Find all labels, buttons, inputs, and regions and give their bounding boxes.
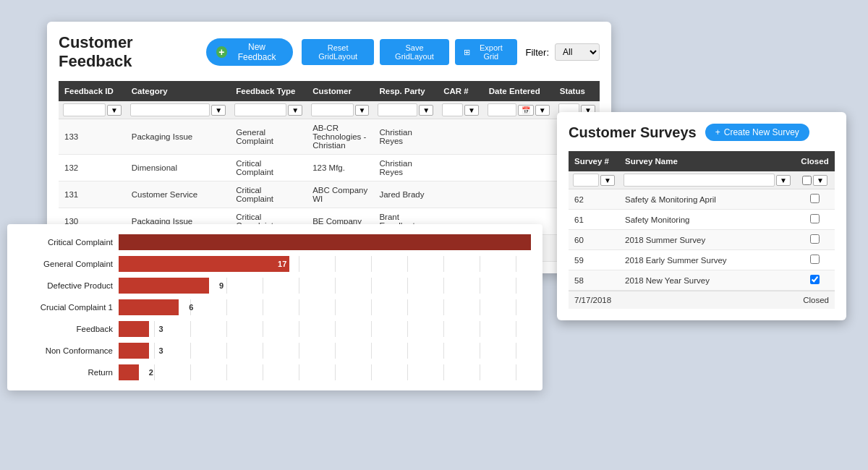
list-item: 59 2018 Early Summer Survey — [569, 250, 835, 270]
survey-closed-checkbox[interactable] — [810, 214, 820, 223]
cell-car — [438, 155, 483, 181]
survey-closed-checkbox[interactable] — [810, 234, 820, 244]
surveys-title: Customer Surveys — [569, 124, 697, 141]
chart-label: Defective Product — [19, 281, 113, 290]
col-survey-num: Survey # — [569, 151, 619, 171]
filter-id-btn[interactable]: ▼ — [107, 105, 122, 116]
chart-bar: 9 — [119, 278, 209, 294]
chart-value-label: 2 — [149, 368, 153, 377]
col-category: Category — [126, 81, 230, 101]
chart-value-label: 3 — [159, 325, 163, 333]
feedback-filter-row: ▼ ▼ ▼ ▼ ▼ ▼ 📅▼ ▼ — [59, 101, 600, 119]
cell-category: Packaging Issue — [126, 119, 230, 155]
cell-id: 132 — [59, 155, 126, 181]
filter-customer-btn[interactable]: ▼ — [355, 105, 370, 116]
filter-cal-btn[interactable]: 📅 — [518, 105, 534, 116]
chart-row: Feedback3 — [19, 321, 531, 337]
survey-name: Safety & Monitoring April — [619, 189, 795, 210]
table-row: 131 Customer Service Critical Complaint … — [59, 181, 600, 208]
chart-row: General Complaint17 — [19, 256, 531, 272]
chart-panel: Critical ComplaintGeneral Complaint17Def… — [7, 224, 542, 390]
surveys-table: Survey # Survey Name Closed ▼ ▼ ▼ 62 Saf… — [569, 151, 835, 291]
filter-survey-num-btn[interactable]: ▼ — [600, 175, 615, 186]
filter-survey-name-input[interactable] — [624, 174, 775, 187]
chart-row: Non Conformance3 — [19, 343, 531, 359]
chart-bar-container: 9 — [119, 278, 531, 294]
cell-type: General Complaint — [230, 119, 307, 155]
new-feedback-plus-icon: + — [216, 46, 227, 58]
survey-closed-checkbox[interactable] — [810, 275, 820, 284]
cell-category: Dimensional — [126, 155, 230, 181]
chart-bar-container: 6 — [119, 299, 531, 315]
chart-bar: 3 — [119, 343, 149, 359]
col-car: CAR # — [438, 81, 483, 101]
chart-value-label: 9 — [219, 281, 224, 290]
reset-gridlayout-button[interactable]: Reset GridLayout — [302, 39, 373, 65]
export-label: Export Grid — [474, 43, 508, 61]
filter-dropdown[interactable]: All — [555, 43, 600, 61]
filter-closed-checkbox[interactable] — [802, 176, 812, 185]
filter-date-btn[interactable]: ▼ — [535, 105, 550, 116]
col-feedback-type: Feedback Type — [230, 81, 307, 101]
list-item: 58 2018 New Year Survey — [569, 270, 835, 291]
chart-bar — [119, 234, 531, 250]
chart-bar-container — [119, 234, 531, 250]
chart-row: Crucial Complaint 16 — [19, 299, 531, 315]
col-survey-name: Survey Name — [619, 151, 795, 171]
export-grid-button[interactable]: ⊞ Export Grid — [455, 39, 516, 65]
new-feedback-button[interactable]: + New Feedback — [206, 38, 293, 66]
feedback-header: Customer Feedback + New Feedback Reset G… — [59, 33, 600, 71]
surveys-header-row: Survey # Survey Name Closed — [569, 151, 835, 171]
col-status: Status — [554, 81, 600, 101]
filter-resp-btn[interactable]: ▼ — [419, 105, 433, 116]
survey-num: 61 — [569, 210, 619, 230]
surveys-header: Customer Surveys + Create New Survey — [569, 124, 835, 141]
filter-type-btn[interactable]: ▼ — [288, 105, 302, 116]
chart-bar-container: 17 — [119, 256, 531, 272]
filter-label: Filter: — [526, 47, 550, 58]
col-feedback-id: Feedback ID — [59, 81, 126, 101]
survey-name: 2018 New Year Survey — [619, 270, 795, 291]
filter-date-input[interactable] — [488, 103, 516, 116]
chart-row: Critical Complaint — [19, 234, 531, 250]
cell-customer: ABC Company WI — [307, 181, 373, 208]
cell-customer: 123 Mfg. — [307, 155, 373, 181]
filter-car-input[interactable] — [442, 103, 463, 116]
chart-value-label: 6 — [189, 303, 193, 312]
create-new-survey-button[interactable]: + Create New Survey — [705, 124, 809, 141]
surveys-footer: 7/17/2018 Closed — [569, 291, 835, 309]
list-item: 62 Safety & Monitoring April — [569, 189, 835, 210]
filter-survey-num-input[interactable] — [573, 174, 599, 187]
filter-customer-input[interactable] — [311, 103, 353, 116]
filter-car-btn[interactable]: ▼ — [464, 105, 479, 116]
filter-survey-name-btn[interactable]: ▼ — [776, 175, 791, 186]
save-gridlayout-button[interactable]: Save GridLayout — [380, 39, 449, 65]
export-icon: ⊞ — [464, 48, 470, 57]
col-resp-party: Resp. Party — [373, 81, 438, 101]
cell-date — [483, 181, 554, 208]
cell-type: Critical Complaint — [230, 181, 307, 208]
chart-bar: 17 — [119, 256, 289, 272]
col-customer: Customer — [307, 81, 373, 101]
survey-closed-checkbox[interactable] — [810, 255, 820, 264]
cell-resp: Christian Reyes — [373, 119, 438, 155]
filter-section: Filter: All — [526, 43, 600, 61]
filter-category-btn[interactable]: ▼ — [211, 105, 226, 116]
table-row: 132 Dimensional Critical Complaint 123 M… — [59, 155, 600, 181]
filter-closed-btn[interactable]: ▼ — [813, 175, 827, 186]
cell-date — [483, 155, 554, 181]
cell-car — [438, 181, 483, 208]
filter-resp-input[interactable] — [378, 103, 417, 116]
survey-num: 58 — [569, 270, 619, 291]
cell-category: Customer Service — [126, 181, 230, 208]
filter-id-input[interactable] — [63, 103, 106, 116]
chart-bar-container: 3 — [119, 321, 531, 337]
chart-value-label: 3 — [159, 346, 163, 355]
filter-category-input[interactable] — [130, 103, 210, 116]
survey-num: 60 — [569, 230, 619, 250]
survey-closed-checkbox[interactable] — [810, 194, 820, 203]
filter-type-input[interactable] — [234, 103, 286, 116]
cell-car — [438, 119, 483, 155]
chart-label: Crucial Complaint 1 — [19, 303, 113, 312]
table-row: 133 Packaging Issue General Complaint AB… — [59, 119, 600, 155]
